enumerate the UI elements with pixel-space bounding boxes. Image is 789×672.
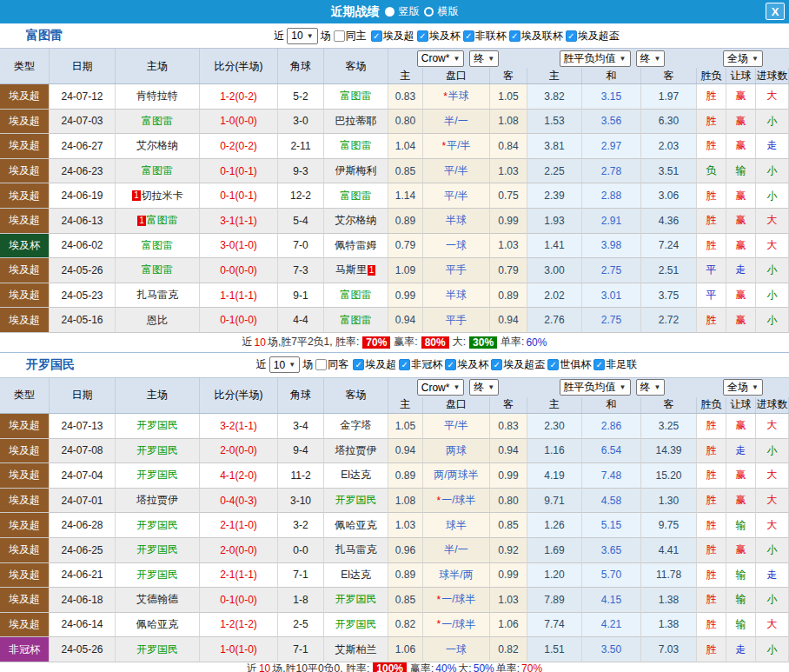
horizontal-layout-radio[interactable] bbox=[424, 7, 434, 17]
close-button[interactable]: X bbox=[766, 3, 785, 20]
score-cell: 1-1(1-1) bbox=[200, 283, 278, 309]
sub-header-avg-away: 客 bbox=[641, 397, 697, 413]
away-team-cell: 富图雷 bbox=[324, 134, 388, 159]
avg-home-cell: 3.82 bbox=[527, 84, 582, 110]
league-filter-checkbox[interactable]: ✓非冠杯 bbox=[399, 357, 442, 372]
table-header: 类型 日期 主场 比分(半场) 角球 客场 Crow*▼ 终▼ 胜平负均值▼ 终… bbox=[0, 48, 789, 84]
chevron-down-icon: ▼ bbox=[288, 361, 295, 369]
avg-time-select[interactable]: 终▼ bbox=[636, 50, 666, 67]
match-count-select[interactable]: 10▼ bbox=[287, 28, 317, 44]
checkbox-icon[interactable]: ✓ bbox=[417, 30, 428, 42]
score-cell: 0-4(0-3) bbox=[200, 489, 278, 514]
match-count-select[interactable]: 10▼ bbox=[269, 356, 300, 373]
avg-select[interactable]: 胜平负均值▼ bbox=[560, 379, 631, 396]
goals-cell: 小 bbox=[756, 439, 789, 464]
same-venue-checkbox[interactable]: 同主 bbox=[334, 29, 367, 43]
date-cell: 24-07-01 bbox=[50, 489, 116, 514]
date-cell: 24-06-25 bbox=[50, 538, 116, 563]
table-row: 埃及超24-07-04开罗国民4-1(2-0)11-2El达克0.89两/两球半… bbox=[0, 463, 789, 489]
scope-select[interactable]: 全场▼ bbox=[723, 50, 763, 67]
summary-segment: 赢率: bbox=[410, 662, 434, 672]
home-team-cell: 开罗国民 bbox=[116, 414, 200, 439]
league-filter-checkbox[interactable]: ✓埃及超 bbox=[353, 357, 396, 372]
horizontal-layout-label[interactable]: 横版 bbox=[438, 4, 459, 19]
league-filter-checkbox[interactable]: ✓世俱杯 bbox=[547, 357, 591, 372]
goals-cell: 大 bbox=[756, 463, 789, 489]
away-team-cell: 巴拉蒂耶 bbox=[324, 110, 388, 135]
avg-home-cell: 2.30 bbox=[527, 414, 582, 439]
checkbox-icon[interactable]: ✓ bbox=[491, 359, 502, 370]
checkbox-icon[interactable]: ✓ bbox=[566, 30, 577, 42]
handicap-cell: 平/半 bbox=[423, 159, 490, 184]
league-cell: 埃及超 bbox=[0, 439, 50, 464]
checkbox-icon[interactable]: ✓ bbox=[399, 359, 410, 370]
summary-row: 近10场,胜7平2负1, 胜率:70%赢率:80%大:30%单率:60% bbox=[0, 333, 789, 353]
table-row: 埃及超24-07-01塔拉贾伊0-4(0-3)3-10开罗国民1.08*一/球半… bbox=[0, 489, 789, 514]
league-filter-checkbox[interactable]: ✓埃及杯 bbox=[445, 357, 488, 372]
league-filter-label: 埃及杯 bbox=[457, 357, 488, 372]
raised-odds-star-icon: * bbox=[436, 594, 441, 606]
table-row: 埃及超24-05-23扎马雷克1-1(1-1)9-1富图雷0.99半球0.892… bbox=[0, 283, 789, 309]
checkbox-icon[interactable]: ✓ bbox=[509, 30, 520, 42]
date-cell: 24-07-04 bbox=[50, 463, 116, 489]
same-venue-checkbox[interactable]: 同客 bbox=[315, 357, 348, 372]
vertical-layout-label[interactable]: 竖版 bbox=[399, 4, 420, 19]
odds-time-select[interactable]: 终▼ bbox=[469, 379, 499, 396]
league-filter-checkbox[interactable]: ✓埃及联杯 bbox=[509, 29, 563, 43]
column-header-score: 比分(半场) bbox=[200, 378, 278, 413]
league-cell: 埃及超 bbox=[0, 463, 50, 489]
home-odds-cell: 0.82 bbox=[388, 613, 423, 638]
scope-select[interactable]: 全场▼ bbox=[723, 379, 763, 396]
home-team-cell: 开罗国民 bbox=[116, 463, 200, 489]
avg-away-cell: 4.41 bbox=[641, 538, 697, 563]
league-cell: 埃及超 bbox=[0, 134, 50, 159]
checkbox-icon[interactable]: ✓ bbox=[371, 30, 382, 42]
league-filter-checkbox[interactable]: ✓非联杯 bbox=[463, 29, 507, 43]
summary-segment: 10 bbox=[259, 662, 270, 672]
home-team-cell: 佩哈亚克 bbox=[116, 613, 200, 638]
odds-time-select[interactable]: 终▼ bbox=[469, 50, 499, 67]
avg-home-cell: 1.16 bbox=[527, 439, 582, 464]
handicap-result-cell: 输 bbox=[726, 613, 756, 638]
avg-time-select[interactable]: 终▼ bbox=[636, 379, 666, 396]
checkbox-icon[interactable]: ✓ bbox=[593, 359, 605, 370]
league-filter-checkbox[interactable]: ✓非足联 bbox=[593, 357, 637, 372]
league-filter-checkbox[interactable]: ✓埃及超 bbox=[371, 29, 414, 43]
away-odds-cell: 1.03 bbox=[490, 588, 527, 613]
result-cell: 胜 bbox=[697, 110, 726, 135]
avg-draw-cell: 4.15 bbox=[582, 588, 641, 613]
summary-segment: 场,胜7平2负1, 胜率: bbox=[268, 335, 359, 349]
league-filter-checkbox[interactable]: ✓埃及杯 bbox=[417, 29, 461, 43]
away-odds-cell: 0.85 bbox=[490, 513, 527, 538]
result-cell: 胜 bbox=[697, 513, 726, 538]
league-filter-checkbox[interactable]: ✓埃及超盃 bbox=[566, 29, 620, 43]
checkbox-icon[interactable]: ✓ bbox=[445, 359, 456, 370]
chevron-down-icon: ▼ bbox=[487, 55, 494, 63]
checkbox-icon[interactable]: ✓ bbox=[547, 359, 559, 370]
corners-cell: 9-4 bbox=[278, 439, 324, 464]
away-team-cell: 开罗国民 bbox=[324, 489, 388, 514]
date-cell: 24-06-02 bbox=[50, 234, 116, 259]
date-cell: 24-06-18 bbox=[50, 588, 116, 613]
avg-draw-cell: 7.48 bbox=[582, 463, 641, 489]
league-filter-checkbox[interactable]: ✓埃及超盃 bbox=[491, 357, 545, 372]
home-odds-cell: 0.94 bbox=[388, 308, 423, 333]
chevron-down-icon: ▼ bbox=[654, 55, 661, 63]
checkbox-icon[interactable] bbox=[334, 30, 345, 42]
handicap-result-cell: 赢 bbox=[726, 209, 756, 234]
odds-company-select[interactable]: Crow*▼ bbox=[417, 50, 465, 67]
checkbox-icon[interactable]: ✓ bbox=[353, 359, 364, 370]
home-team-cell: 1切拉米卡 bbox=[116, 183, 200, 209]
vertical-layout-radio[interactable] bbox=[385, 7, 394, 17]
odds-company-select[interactable]: Crow*▼ bbox=[417, 379, 465, 396]
avg-home-cell: 4.19 bbox=[527, 463, 582, 489]
avg-select[interactable]: 胜平负均值▼ bbox=[560, 50, 631, 67]
avg-home-cell: 2.02 bbox=[527, 283, 582, 309]
checkbox-icon[interactable] bbox=[315, 359, 327, 370]
chevron-down-icon: ▼ bbox=[620, 55, 627, 63]
section-home-team: 富图雷 近 10▼ 场 同主 ✓埃及超✓埃及杯✓非联杯✓埃及联杯✓埃及超盃 类型… bbox=[0, 23, 789, 353]
avg-away-cell: 1.38 bbox=[641, 613, 697, 638]
handicap-cell: 一球 bbox=[423, 234, 490, 259]
checkbox-icon[interactable]: ✓ bbox=[463, 30, 474, 42]
summary-segment: 大: bbox=[458, 662, 471, 672]
